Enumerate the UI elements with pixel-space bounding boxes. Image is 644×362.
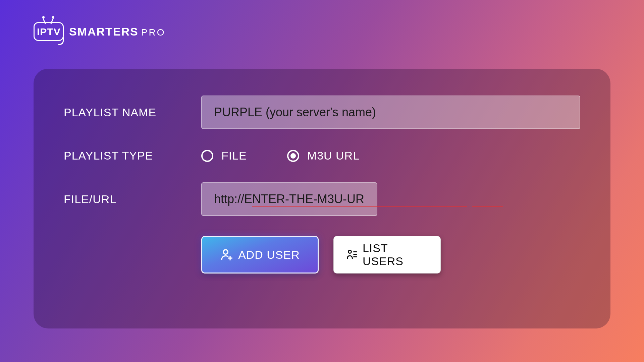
list-users-label: LIST USERS — [363, 242, 428, 268]
file-url-input[interactable] — [201, 182, 377, 216]
playlist-name-label: PLAYLIST NAME — [64, 106, 201, 119]
spellcheck-underline — [252, 206, 467, 207]
file-url-label: FILE/URL — [64, 193, 201, 206]
add-user-button[interactable]: ADD USER — [201, 236, 319, 274]
playlist-name-row: PLAYLIST NAME — [64, 96, 580, 129]
playlist-type-radio-group: FILE M3U URL — [201, 149, 360, 162]
logo-smarters-text: SMARTERS — [69, 25, 139, 38]
add-user-label: ADD USER — [238, 248, 300, 261]
add-user-icon — [220, 248, 233, 261]
logo-iptv-text: IPTV — [37, 26, 61, 38]
logo-pro-text: PRO — [141, 27, 166, 38]
svg-point-0 — [223, 250, 228, 254]
radio-option-m3u[interactable]: M3U URL — [287, 149, 360, 162]
spellcheck-underline — [472, 206, 503, 207]
radio-circle-selected-icon — [287, 150, 299, 162]
radio-file-label: FILE — [221, 149, 247, 162]
radio-option-file[interactable]: FILE — [201, 149, 247, 162]
app-logo: IPTV SMARTERS PRO — [34, 17, 165, 41]
radio-circle-icon — [201, 150, 213, 162]
list-users-button[interactable]: LIST USERS — [333, 236, 441, 274]
playlist-type-row: PLAYLIST TYPE FILE M3U URL — [64, 149, 580, 162]
form-panel: PLAYLIST NAME PLAYLIST TYPE FILE M3U URL… — [34, 69, 610, 328]
list-users-icon — [346, 248, 358, 261]
svg-point-3 — [348, 250, 351, 253]
file-url-row: FILE/URL — [64, 182, 580, 216]
radio-m3u-label: M3U URL — [307, 149, 360, 162]
tv-icon: IPTV — [34, 17, 64, 41]
playlist-type-label: PLAYLIST TYPE — [64, 149, 201, 162]
button-row: ADD USER LIST USERS — [201, 236, 580, 274]
playlist-name-input[interactable] — [201, 96, 580, 129]
